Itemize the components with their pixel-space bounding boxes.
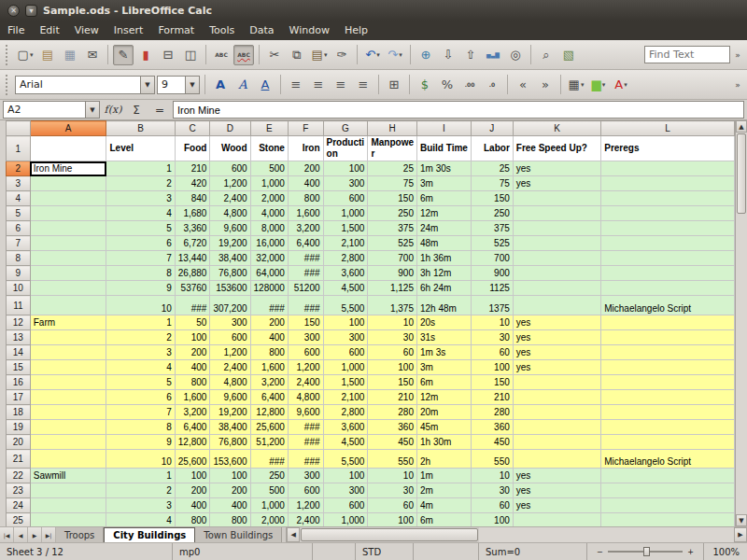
cell-G11[interactable]: 5,500 (323, 296, 368, 315)
select-all-corner[interactable] (7, 121, 31, 136)
cell-L11[interactable]: Michaelangelo Script (601, 296, 735, 315)
cell-E2[interactable]: 500 (250, 161, 288, 176)
cell-J12[interactable]: 10 (471, 315, 513, 330)
cell-D11[interactable]: 307,200 (210, 296, 250, 315)
cell-F19[interactable]: ### (288, 420, 323, 435)
cell-J15[interactable]: 100 (471, 360, 513, 375)
chevron-down-icon[interactable]: ▾ (30, 51, 34, 59)
cell-F5[interactable]: 1,600 (288, 206, 323, 221)
cell-H20[interactable]: 450 (368, 435, 417, 450)
copy-icon[interactable]: ⧉ (287, 45, 307, 65)
cell-E1[interactable]: Stone (250, 136, 288, 161)
cell-L10[interactable] (601, 281, 735, 296)
cell-B11[interactable]: 10 (106, 296, 175, 315)
menu-item-file[interactable]: File (0, 21, 32, 39)
cell-J2[interactable]: 25 (471, 161, 513, 176)
cell-B19[interactable]: 8 (106, 420, 175, 435)
cell-H8[interactable]: 700 (368, 251, 417, 266)
cell-I3[interactable]: 3m (416, 176, 471, 191)
cell-A20[interactable] (30, 435, 106, 450)
cell-A1[interactable] (30, 136, 106, 161)
cell-C13[interactable]: 100 (175, 330, 210, 345)
find-text-input[interactable] (644, 46, 730, 63)
cell-D10[interactable]: 153600 (210, 281, 250, 296)
navigator-icon[interactable]: ◎ (505, 45, 526, 65)
cell-F6[interactable]: 3,200 (288, 221, 323, 236)
row-header-5[interactable]: 5 (7, 206, 31, 221)
cell-I13[interactable]: 31s (416, 330, 471, 345)
row-header-15[interactable]: 15 (7, 360, 31, 375)
cell-E18[interactable]: 12,800 (250, 405, 288, 420)
cell-E8[interactable]: 32,000 (250, 251, 288, 266)
cell-I15[interactable]: 3m (416, 360, 471, 375)
cell-H16[interactable]: 150 (368, 375, 417, 390)
cell-D21[interactable]: 153,600 (210, 450, 250, 469)
align-right-icon[interactable]: ≡ (331, 75, 351, 95)
cell-A7[interactable] (30, 236, 106, 251)
cell-H15[interactable]: 100 (368, 360, 417, 375)
edit-mode-icon[interactable]: ✎ (113, 45, 134, 65)
cell-A8[interactable] (30, 251, 106, 266)
cell-K19[interactable] (513, 420, 600, 435)
italic-icon[interactable]: A (233, 75, 253, 95)
row-header-25[interactable]: 25 (7, 513, 31, 527)
cell-C18[interactable]: 3,200 (175, 405, 210, 420)
add-decimal-icon[interactable]: .00 (459, 75, 480, 95)
cell-B7[interactable]: 6 (106, 236, 175, 251)
new-document-icon[interactable]: ▢▾ (15, 45, 35, 65)
cell-K7[interactable] (513, 236, 600, 251)
cell-H18[interactable]: 280 (368, 405, 417, 420)
cell-C10[interactable]: 53760 (175, 281, 210, 296)
horizontal-scrollbar[interactable]: ◀ ▶ (286, 527, 747, 542)
toolbar-overflow-icon[interactable]: » (732, 44, 743, 66)
cell-D13[interactable]: 600 (210, 330, 250, 345)
sheet-tab-city-buildings[interactable]: City Buildings (104, 527, 195, 542)
cell-K17[interactable] (513, 390, 600, 405)
cell-L15[interactable] (601, 360, 735, 375)
cell-G24[interactable]: 600 (323, 498, 368, 513)
cell-A6[interactable] (30, 221, 106, 236)
cell-L18[interactable] (601, 405, 735, 420)
first-sheet-icon[interactable]: |◀ (0, 527, 14, 542)
cell-L8[interactable] (601, 251, 735, 266)
cell-I21[interactable]: 2h (416, 450, 471, 469)
cell-J9[interactable]: 900 (471, 266, 513, 281)
cell-A4[interactable] (30, 191, 106, 206)
currency-icon[interactable]: $ (415, 75, 435, 95)
cell-K8[interactable] (513, 251, 600, 266)
cell-K3[interactable]: yes (513, 176, 600, 191)
chevron-down-icon[interactable]: ▾ (581, 81, 585, 89)
cell-D6[interactable]: 9,600 (210, 221, 250, 236)
chevron-down-icon[interactable]: ▾ (602, 81, 606, 89)
column-header-J[interactable]: J (471, 121, 513, 136)
cell-C6[interactable]: 3,360 (175, 221, 210, 236)
cell-D17[interactable]: 9,600 (210, 390, 250, 405)
merge-cells-icon[interactable]: ⊞ (384, 75, 404, 95)
cell-G13[interactable]: 300 (323, 330, 368, 345)
cell-G20[interactable]: 4,500 (323, 435, 368, 450)
row-header-4[interactable]: 4 (7, 191, 31, 206)
cell-I22[interactable]: 1m (416, 469, 471, 483)
name-box[interactable]: A2 ▼ (3, 101, 100, 119)
cell-B10[interactable]: 9 (106, 281, 175, 296)
cell-K11[interactable] (513, 296, 600, 315)
cell-L23[interactable] (601, 483, 735, 498)
cell-A17[interactable] (30, 390, 106, 405)
cell-H7[interactable]: 525 (368, 236, 417, 251)
cut-icon[interactable]: ✂ (264, 45, 285, 65)
cell-E9[interactable]: 64,000 (250, 266, 288, 281)
cell-H22[interactable]: 10 (368, 469, 417, 483)
cell-B12[interactable]: 1 (106, 315, 175, 330)
cell-I7[interactable]: 48m (416, 236, 471, 251)
cell-K23[interactable]: yes (513, 483, 600, 498)
undo-icon[interactable]: ↶▾ (362, 45, 383, 65)
cell-F8[interactable]: ### (288, 251, 323, 266)
cell-B9[interactable]: 8 (106, 266, 175, 281)
cell-F12[interactable]: 150 (288, 315, 323, 330)
row-header-24[interactable]: 24 (7, 498, 31, 513)
cell-G25[interactable]: 1,000 (323, 513, 368, 527)
cell-C11[interactable]: ### (175, 296, 210, 315)
cell-C1[interactable]: Food (175, 136, 210, 161)
cell-F24[interactable]: 1,200 (288, 498, 323, 513)
cell-J20[interactable]: 450 (471, 435, 513, 450)
